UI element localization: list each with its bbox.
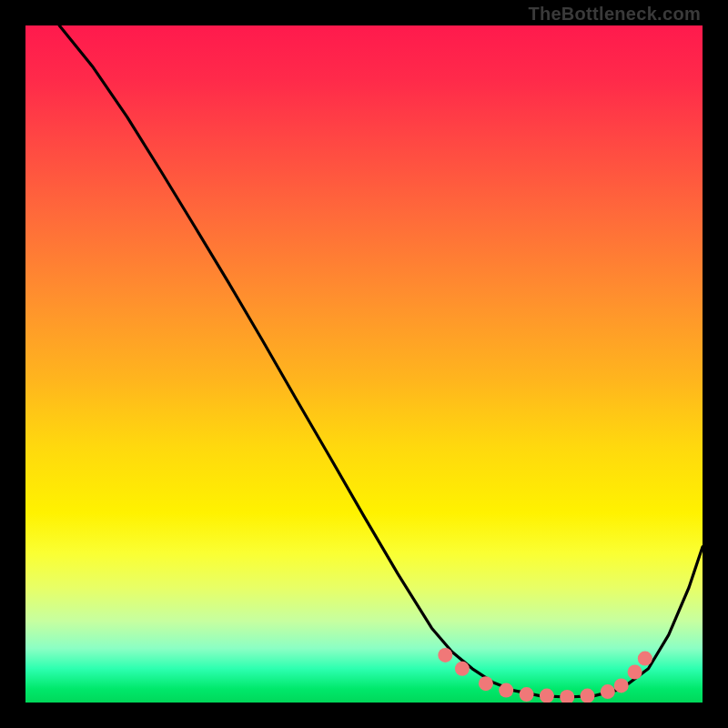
marker-dot [614, 678, 629, 693]
plot-area [25, 25, 703, 703]
chart-frame: TheBottleneck.com [0, 0, 728, 728]
marker-dot [455, 662, 470, 676]
branding-label: TheBottleneck.com [528, 4, 701, 25]
marker-dot [520, 687, 534, 702]
marker-dot [560, 690, 574, 703]
chart-svg [25, 25, 703, 703]
marker-dot [601, 684, 615, 699]
bottleneck-curve [59, 25, 703, 697]
marker-dot [638, 652, 652, 666]
marker-dot [540, 689, 554, 703]
marker-dot [479, 676, 493, 691]
marker-dot [581, 689, 595, 703]
marker-dot [438, 648, 452, 662]
marker-dot [499, 683, 513, 698]
marker-dot [628, 665, 642, 680]
marker-group [438, 648, 652, 703]
